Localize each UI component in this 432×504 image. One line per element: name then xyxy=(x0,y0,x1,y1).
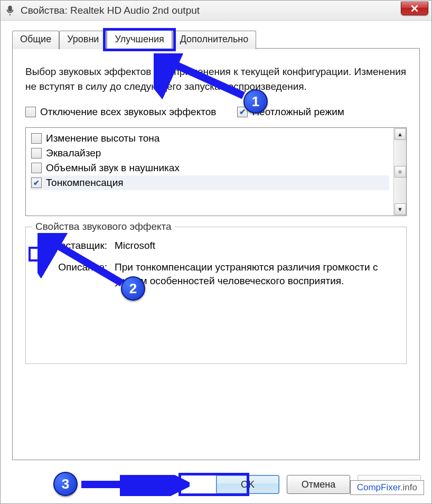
effects-items: Изменение высоты тона Эквалайзер Объемны… xyxy=(26,128,393,216)
tab-general[interactable]: Общие xyxy=(12,31,59,49)
list-item-label: Изменение высоты тона xyxy=(46,133,159,144)
checkbox-disable-all[interactable]: Отключение всех звуковых эффектов xyxy=(25,106,216,118)
checkbox-box-checked-icon: ✔ xyxy=(31,178,42,188)
effects-listbox[interactable]: Изменение высоты тона Эквалайзер Объемны… xyxy=(25,127,407,216)
list-item[interactable]: Эквалайзер xyxy=(30,146,389,161)
scrollbar-vertical[interactable]: ▲ ≡ ▼ xyxy=(393,128,406,216)
list-item-loudness[interactable]: ✔ Тонкомпенсация xyxy=(30,175,389,190)
checkbox-box-icon xyxy=(31,133,42,144)
checkbox-box-icon xyxy=(25,107,36,117)
checkbox-label: Отключение всех звуковых эффектов xyxy=(40,106,216,118)
vendor-row: Поставщик: Microsoft xyxy=(35,239,397,253)
watermark-domain: .info xyxy=(400,482,417,492)
vendor-value: Microsoft xyxy=(115,239,397,253)
description-row: Описание: При тонкомпенсации устраняются… xyxy=(35,260,397,288)
scroll-down-icon[interactable]: ▼ xyxy=(395,203,406,215)
ok-button[interactable]: OK xyxy=(216,475,279,494)
checkbox-box-icon xyxy=(31,163,42,173)
callout-3: 3 xyxy=(53,472,78,496)
list-item[interactable]: Изменение высоты тона xyxy=(30,131,389,146)
tab-levels[interactable]: Уровни xyxy=(59,31,107,49)
vendor-label: Поставщик: xyxy=(35,239,115,253)
top-checkboxes: Отключение всех звуковых эффектов Неотло… xyxy=(25,106,407,118)
description-value: При тонкомпенсации устраняются различия … xyxy=(115,260,397,288)
tab-advanced[interactable]: Дополнительно xyxy=(172,31,257,49)
properties-dialog: Свойства: Realtek HD Audio 2nd output Об… xyxy=(0,0,432,504)
groupbox-legend: Свойства звукового эффекта xyxy=(32,221,175,232)
tab-enhancements[interactable]: Улучшения xyxy=(107,30,172,49)
list-item-label: Тонкомпенсация xyxy=(46,177,124,189)
audio-device-icon xyxy=(4,4,16,17)
checkbox-box-icon xyxy=(31,148,42,158)
watermark-brand: CompFixer xyxy=(357,482,400,492)
description-text: Выбор звуковых эффектов для применения к… xyxy=(25,64,407,94)
watermark: CompFixer.info xyxy=(350,480,424,495)
scroll-thumb[interactable]: ≡ xyxy=(395,166,406,178)
list-item[interactable]: Объемный звук в наушниках xyxy=(30,161,389,175)
list-item-label: Эквалайзер xyxy=(46,147,101,159)
effect-properties-group: Свойства звукового эффекта Поставщик: Mi… xyxy=(25,227,407,364)
callout-2: 2 xyxy=(121,276,145,301)
window-title: Свойства: Realtek HD Audio 2nd output xyxy=(21,5,200,16)
tabstrip: Общие Уровни Улучшения Дополнительно xyxy=(12,30,420,49)
callout-1: 1 xyxy=(243,89,268,114)
close-button[interactable] xyxy=(401,2,428,15)
content-area: Общие Уровни Улучшения Дополнительно Выб… xyxy=(1,21,431,503)
list-item-label: Объемный звук в наушниках xyxy=(46,162,180,174)
tab-panel-enhancements: Выбор звуковых эффектов для применения к… xyxy=(12,48,420,460)
cancel-button[interactable]: Отмена xyxy=(287,475,350,494)
description-label: Описание: xyxy=(35,260,115,288)
scroll-up-icon[interactable]: ▲ xyxy=(395,128,406,140)
checkbox-label: Неотложный режим xyxy=(252,106,344,118)
titlebar: Свойства: Realtek HD Audio 2nd output xyxy=(1,1,431,21)
